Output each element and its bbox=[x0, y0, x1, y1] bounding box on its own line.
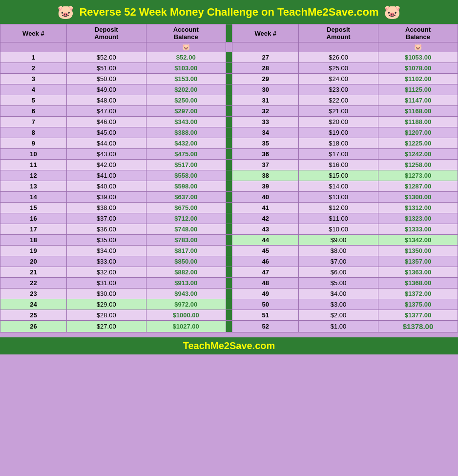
row-divider bbox=[226, 63, 232, 74]
left-deposit: $41.00 bbox=[66, 170, 146, 181]
right-deposit: $15.00 bbox=[299, 170, 378, 181]
left-balance: $475.00 bbox=[146, 149, 226, 160]
left-balance: $153.00 bbox=[146, 74, 226, 84]
left-week-num: 11 bbox=[0, 160, 67, 170]
right-balance: $1188.00 bbox=[378, 117, 458, 127]
left-deposit: $50.00 bbox=[66, 74, 146, 84]
right-balance: $1350.00 bbox=[378, 246, 458, 256]
right-week-num: 30 bbox=[232, 84, 299, 95]
right-deposit: $2.00 bbox=[299, 310, 378, 321]
left-balance: $675.00 bbox=[146, 203, 226, 213]
right-deposit: $11.00 bbox=[299, 213, 378, 224]
right-deposit: $4.00 bbox=[299, 289, 378, 299]
right-week-num: 50 bbox=[232, 299, 299, 310]
table-row: 13$40.00$598.0039$14.00$1287.00 bbox=[0, 181, 458, 192]
left-balance: $817.00 bbox=[146, 246, 226, 256]
left-balance: $972.00 bbox=[146, 299, 226, 310]
left-week-num: 17 bbox=[0, 224, 67, 235]
right-balance: $1102.00 bbox=[378, 74, 458, 84]
right-balance-pig-cell: 🐷 bbox=[378, 42, 458, 52]
row-divider bbox=[226, 267, 232, 278]
right-week-pig-cell bbox=[232, 42, 299, 52]
left-balance: $52.00 bbox=[146, 52, 226, 63]
left-deposit: $32.00 bbox=[66, 267, 146, 278]
right-balance: $1363.00 bbox=[378, 267, 458, 278]
left-balance: $882.00 bbox=[146, 267, 226, 278]
table-row: 16$37.00$712.0042$11.00$1323.00 bbox=[0, 213, 458, 224]
right-balance: $1372.00 bbox=[378, 289, 458, 299]
right-balance: $1078.00 bbox=[378, 63, 458, 74]
right-balance: $1357.00 bbox=[378, 256, 458, 267]
left-balance: $343.00 bbox=[146, 117, 226, 127]
left-week-num: 8 bbox=[0, 127, 67, 138]
right-week-num: 35 bbox=[232, 138, 299, 149]
table-row: 25$28.00$1000.0051$2.00$1377.00 bbox=[0, 310, 458, 321]
left-week-num: 9 bbox=[0, 138, 67, 149]
table-row: 20$33.00$850.0046$7.00$1357.00 bbox=[0, 256, 458, 267]
row-divider bbox=[226, 138, 232, 149]
table-row: 21$32.00$882.0047$6.00$1363.00 bbox=[0, 267, 458, 278]
column-header-row: Week # DepositAmount AccountBalance Week… bbox=[0, 24, 458, 42]
right-week-num: 28 bbox=[232, 63, 299, 74]
table-row: 7$46.00$343.0033$20.00$1188.00 bbox=[0, 117, 458, 127]
table-row: 26$27.00$1027.0052$1.00$1378.00 bbox=[0, 321, 458, 332]
row-divider bbox=[226, 192, 232, 203]
right-balance: $1053.00 bbox=[378, 52, 458, 63]
right-week-num: 32 bbox=[232, 106, 299, 117]
table-row: 5$48.00$250.0031$22.00$1147.00 bbox=[0, 95, 458, 106]
footer-spacer bbox=[0, 332, 458, 337]
table-row: 3$50.00$153.0029$24.00$1102.00 bbox=[0, 74, 458, 84]
table-row: 6$47.00$297.0032$21.00$1168.00 bbox=[0, 106, 458, 117]
right-balance: $1258.00 bbox=[378, 160, 458, 170]
left-balance: $913.00 bbox=[146, 278, 226, 289]
row-divider bbox=[226, 74, 232, 84]
left-week-header: Week # bbox=[0, 24, 67, 42]
left-week-num: 12 bbox=[0, 170, 67, 181]
right-week-num: 39 bbox=[232, 181, 299, 192]
right-balance: $1342.00 bbox=[378, 235, 458, 246]
left-week-num: 16 bbox=[0, 213, 67, 224]
left-deposit: $52.00 bbox=[66, 52, 146, 63]
right-balance: $1323.00 bbox=[378, 213, 458, 224]
table-row: 4$49.00$202.0030$23.00$1125.00 bbox=[0, 84, 458, 95]
right-week-num: 34 bbox=[232, 127, 299, 138]
table-row: 18$35.00$783.0044$9.00$1342.00 bbox=[0, 235, 458, 246]
right-week-num: 49 bbox=[232, 289, 299, 299]
right-week-num: 27 bbox=[232, 52, 299, 63]
right-week-num: 48 bbox=[232, 278, 299, 289]
right-balance: $1168.00 bbox=[378, 106, 458, 117]
left-week-num: 4 bbox=[0, 84, 67, 95]
table-row: 14$39.00$637.0040$13.00$1300.00 bbox=[0, 192, 458, 203]
left-balance: $637.00 bbox=[146, 192, 226, 203]
left-week-num: 18 bbox=[0, 235, 67, 246]
right-deposit-pig-cell bbox=[299, 42, 378, 52]
left-week-num: 7 bbox=[0, 117, 67, 127]
page-header: 🐷 Reverse 52 Week Money Challenge on Tea… bbox=[0, 0, 458, 24]
left-balance: $103.00 bbox=[146, 63, 226, 74]
left-deposit: $42.00 bbox=[66, 160, 146, 170]
table-row: 23$30.00$943.0049$4.00$1372.00 bbox=[0, 289, 458, 299]
left-week-num: 5 bbox=[0, 95, 67, 106]
table-row: 1$52.00$52.0027$26.00$1053.00 bbox=[0, 52, 458, 63]
left-week-pig-cell bbox=[0, 42, 67, 52]
right-deposit: $22.00 bbox=[299, 95, 378, 106]
left-balance: $558.00 bbox=[146, 170, 226, 181]
right-deposit: $18.00 bbox=[299, 138, 378, 149]
left-deposit: $38.00 bbox=[66, 203, 146, 213]
pig-icon-right: 🐷 bbox=[384, 4, 401, 20]
left-balance: $297.00 bbox=[146, 106, 226, 117]
right-deposit: $16.00 bbox=[299, 160, 378, 170]
row-divider bbox=[226, 117, 232, 127]
page-footer: TeachMe2Save.com bbox=[0, 337, 458, 354]
right-week-num: 29 bbox=[232, 74, 299, 84]
row-divider bbox=[226, 84, 232, 95]
table-row: 22$31.00$913.0048$5.00$1368.00 bbox=[0, 278, 458, 289]
table-row: 11$42.00$517.0037$16.00$1258.00 bbox=[0, 160, 458, 170]
table-row: 8$45.00$388.0034$19.00$1207.00 bbox=[0, 127, 458, 138]
row-divider bbox=[226, 181, 232, 192]
left-week-num: 2 bbox=[0, 63, 67, 74]
right-deposit: $12.00 bbox=[299, 203, 378, 213]
left-deposit: $46.00 bbox=[66, 117, 146, 127]
left-deposit: $39.00 bbox=[66, 192, 146, 203]
right-deposit: $6.00 bbox=[299, 267, 378, 278]
